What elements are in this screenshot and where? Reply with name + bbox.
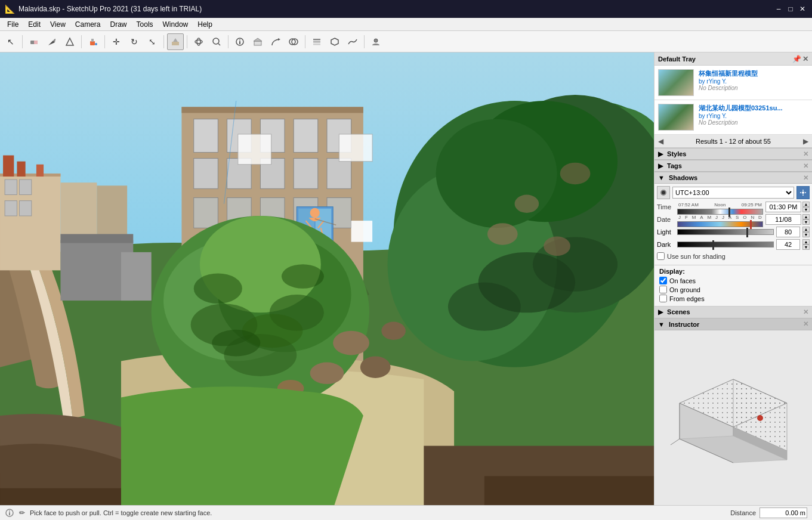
time-spin-up[interactable]: ▲ — [802, 202, 810, 207]
svg-point-92 — [212, 330, 260, 357]
tool-paint[interactable] — [85, 33, 101, 50]
tool-shape[interactable] — [61, 33, 78, 50]
date-slider-track[interactable] — [677, 221, 763, 227]
tool-solidtools[interactable] — [326, 33, 343, 50]
svg-point-125 — [757, 415, 763, 421]
time-spin-buttons: ▲ ▼ — [802, 202, 810, 212]
panel-close-button[interactable]: ✕ — [802, 55, 808, 63]
on-ground-label[interactable]: On ground — [669, 286, 700, 293]
menu-file[interactable]: File — [2, 19, 23, 30]
menu-tools[interactable]: Tools — [132, 19, 158, 30]
pin-button[interactable]: 📌 — [792, 55, 801, 63]
shadow-settings-button[interactable] — [796, 186, 810, 199]
nav-prev-button[interactable]: ◀ — [658, 137, 663, 146]
time-input[interactable] — [765, 202, 801, 212]
distance-input[interactable] — [759, 507, 807, 518]
time-end-label: 09:25 PM — [742, 202, 762, 208]
date-label: Date — [657, 216, 675, 223]
tool-followme[interactable] — [267, 33, 284, 50]
from-edges-checkbox[interactable] — [659, 295, 667, 302]
svg-marker-7 — [173, 38, 178, 42]
title-bar-left: 📐 Malavida.skp - SketchUp Pro 2021 (31 d… — [5, 4, 202, 14]
tool-select[interactable]: ↖ — [2, 33, 19, 50]
instructor-section-header[interactable]: ▼ Instructor ✕ — [654, 318, 812, 330]
model-info-1: 杯集恒福新里程模型 by rYing Y. No Description — [699, 69, 808, 96]
tool-warehouse[interactable] — [249, 33, 266, 50]
light-value-input[interactable] — [776, 227, 800, 237]
svg-point-118 — [802, 191, 804, 194]
tool-intersect[interactable] — [285, 33, 302, 50]
tool-move[interactable]: ✛ — [108, 33, 125, 50]
nav-next-button[interactable]: ▶ — [803, 137, 808, 146]
shadows-close-button[interactable]: ✕ — [803, 174, 808, 182]
dark-spin-up[interactable]: ▲ — [802, 239, 810, 244]
light-slider-track[interactable] — [677, 229, 774, 235]
tool-layersmgr[interactable] — [308, 33, 325, 50]
timezone-select[interactable]: UTC+13:00 — [672, 187, 794, 199]
model-title-2[interactable]: 湖北某幼儿园模型03251su... — [699, 104, 808, 113]
use-sun-row: Use sun for shading — [657, 252, 810, 260]
month-j3: J — [722, 215, 724, 220]
tool-account[interactable] — [368, 33, 384, 50]
model-author-2[interactable]: by rYing Y. — [699, 113, 808, 119]
tool-sandboxtools[interactable] — [344, 33, 361, 50]
tags-close-button[interactable]: ✕ — [803, 162, 808, 170]
on-faces-label[interactable]: On faces — [669, 277, 696, 284]
tool-entityinfo[interactable] — [231, 33, 248, 50]
date-spin-up[interactable]: ▲ — [802, 214, 810, 219]
tool-pencil[interactable] — [44, 33, 60, 50]
month-a2: A — [728, 215, 731, 220]
from-edges-label[interactable]: From edges — [669, 295, 705, 302]
menu-window[interactable]: Window — [158, 19, 193, 30]
scenes-close-button[interactable]: ✕ — [803, 308, 808, 316]
nav-row: ◀ Results 1 - 12 of about 55 ▶ — [654, 135, 812, 148]
tags-section-header[interactable]: ▶ Tags ✕ — [654, 160, 812, 172]
dark-spin-down[interactable]: ▼ — [802, 244, 810, 250]
tool-scale[interactable]: ⤡ — [144, 33, 160, 50]
svg-rect-22 — [313, 44, 320, 45]
use-sun-label[interactable]: Use sun for shading — [667, 253, 725, 260]
use-sun-checkbox[interactable] — [657, 252, 665, 260]
viewport[interactable] — [0, 52, 654, 505]
light-spin-down[interactable]: ▼ — [802, 232, 810, 237]
date-input[interactable] — [765, 214, 801, 225]
shadows-section-header[interactable]: ▼ Shadows ✕ — [654, 172, 812, 184]
time-spin-down[interactable]: ▼ — [802, 207, 810, 212]
close-button[interactable]: ✕ — [798, 4, 807, 14]
light-spin-up[interactable]: ▲ — [802, 227, 810, 232]
tool-orbit[interactable] — [190, 33, 207, 50]
model-author-1[interactable]: by rYing Y. — [699, 78, 808, 85]
tags-label: Tags — [667, 162, 682, 169]
svg-point-109 — [515, 194, 539, 212]
menu-camera[interactable]: Camera — [70, 19, 106, 30]
menu-draw[interactable]: Draw — [106, 19, 132, 30]
svg-rect-50 — [238, 134, 271, 165]
maximize-button[interactable]: □ — [786, 4, 795, 14]
on-ground-checkbox[interactable] — [659, 286, 667, 293]
tool-rotate[interactable]: ↻ — [126, 33, 143, 50]
model-title-1[interactable]: 杯集恒福新里程模型 — [699, 69, 808, 78]
styles-close-button[interactable]: ✕ — [803, 150, 808, 158]
month-a1: A — [700, 215, 703, 220]
shadow-toggle-button[interactable] — [657, 186, 670, 199]
panel-title: Default Tray — [658, 55, 696, 63]
scenes-section-header[interactable]: ▶ Scenes ✕ — [654, 307, 812, 318]
styles-section-header[interactable]: ▶ Styles ✕ — [654, 148, 812, 160]
date-spin-buttons: ▲ ▼ — [802, 214, 810, 225]
minimize-button[interactable]: – — [774, 4, 783, 14]
menu-bar: File Edit View Camera Draw Tools Window … — [0, 18, 812, 31]
dark-slider-track[interactable] — [677, 242, 774, 247]
tool-zoomextent[interactable] — [208, 33, 225, 50]
menu-view[interactable]: View — [45, 19, 70, 30]
time-slider-track[interactable] — [677, 209, 763, 215]
on-faces-option: On faces — [659, 277, 807, 284]
instructor-close-button[interactable]: ✕ — [803, 320, 808, 328]
menu-help[interactable]: Help — [193, 19, 217, 30]
menu-edit[interactable]: Edit — [23, 19, 45, 30]
date-spin-down[interactable]: ▼ — [802, 219, 810, 225]
instructor-arrow-icon: ▼ — [658, 321, 665, 328]
tool-eraser[interactable] — [26, 33, 42, 50]
dark-value-input[interactable] — [776, 239, 800, 250]
tool-pushpull[interactable] — [167, 33, 184, 50]
on-faces-checkbox[interactable] — [659, 277, 667, 284]
